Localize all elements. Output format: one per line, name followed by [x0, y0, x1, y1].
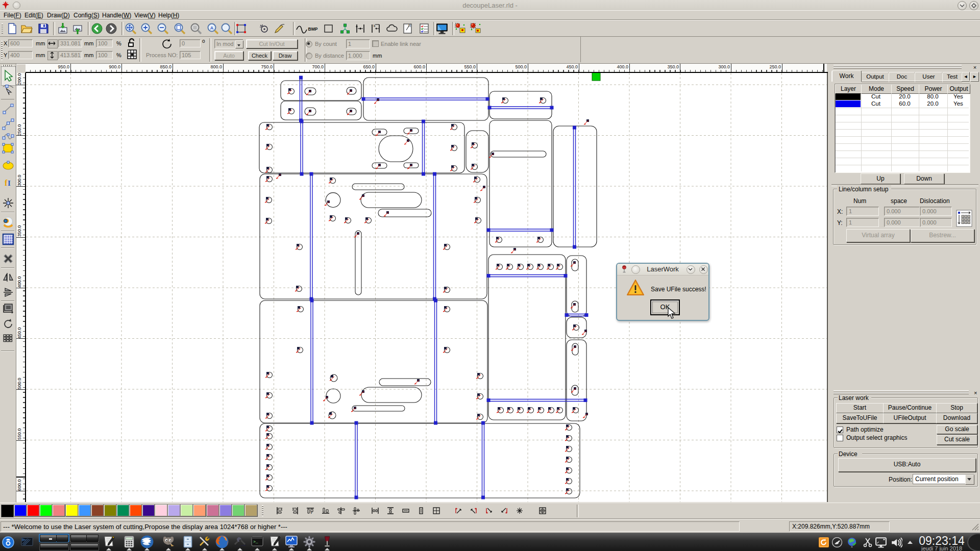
- svg-text:>_: >_: [253, 539, 258, 544]
- svg-text:v: v: [310, 511, 312, 514]
- svg-text:A: A: [210, 26, 214, 31]
- svg-text:k: k: [374, 24, 376, 28]
- svg-text:R: R: [408, 24, 411, 28]
- svg-text:I: I: [8, 179, 11, 187]
- svg-text:BMP: BMP: [308, 27, 318, 32]
